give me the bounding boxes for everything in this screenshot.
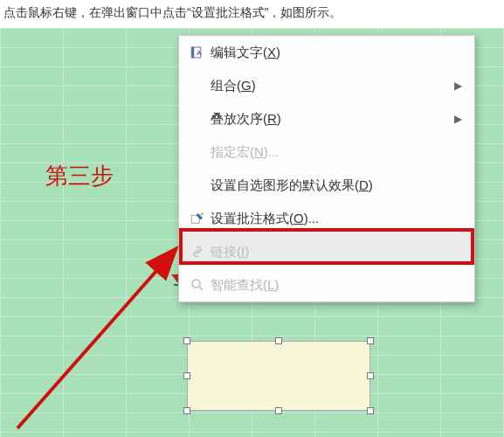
svg-rect-1 (191, 47, 194, 58)
svg-point-5 (192, 280, 200, 288)
svg-text:A: A (197, 49, 201, 57)
svg-line-6 (199, 287, 203, 290)
step-label: 第三步 (45, 161, 114, 191)
menu-label: 叠放次序(R) (211, 111, 454, 128)
menu-assign-macro: 指定宏(N)... (179, 135, 474, 169)
resize-handle[interactable] (275, 407, 282, 414)
menu-label: 编辑文字(X) (211, 45, 474, 61)
svg-point-4 (201, 212, 204, 215)
context-menu: A 编辑文字(X) 组合(G) ▶ 叠放次序(R) ▶ 指定宏(N)... (178, 35, 475, 302)
resize-handle[interactable] (275, 337, 282, 344)
resize-handle[interactable] (183, 372, 190, 379)
submenu-arrow-icon: ▶ (454, 113, 474, 125)
menu-group[interactable]: 组合(G) ▶ (179, 69, 474, 102)
resize-handle[interactable] (367, 372, 374, 379)
menu-edit-text[interactable]: A 编辑文字(X) (179, 36, 474, 69)
resize-handle[interactable] (367, 337, 374, 344)
link-icon (184, 244, 211, 260)
comment-indicator (171, 274, 178, 283)
format-icon (184, 211, 211, 226)
menu-link: 链接(I) (179, 235, 474, 268)
menu-label: 智能查找(L) (211, 277, 474, 294)
tutorial-arrow (9, 212, 201, 437)
menu-label: 设置批注格式(O)... (211, 211, 474, 227)
menu-smart-lookup: 智能查找(L) (179, 268, 474, 302)
menu-format-comment[interactable]: 设置批注格式(O)... (179, 202, 474, 235)
menu-label: 指定宏(N)... (211, 144, 474, 161)
svg-line-8 (17, 248, 176, 428)
edit-text-icon: A (184, 45, 211, 60)
lookup-icon (184, 277, 211, 293)
menu-default-shape[interactable]: 设置自选图形的默认效果(D) (179, 169, 474, 202)
resize-handle[interactable] (183, 407, 190, 414)
worksheet-area: 第三步 A 编辑文字(X) 组合(G) ▶ 叠放次序(R) (0, 28, 504, 437)
submenu-arrow-icon: ▶ (454, 80, 474, 92)
comment-box[interactable] (187, 341, 370, 411)
resize-handle[interactable] (183, 337, 190, 344)
instruction-text: 点击鼠标右键，在弹出窗口中点击“设置批注格式”，如图所示。 (0, 0, 504, 28)
menu-label: 设置自选图形的默认效果(D) (211, 177, 474, 194)
menu-label: 链接(I) (211, 244, 474, 260)
menu-label: 组合(G) (211, 78, 454, 94)
menu-order[interactable]: 叠放次序(R) ▶ (179, 102, 474, 135)
resize-handle[interactable] (367, 407, 374, 414)
